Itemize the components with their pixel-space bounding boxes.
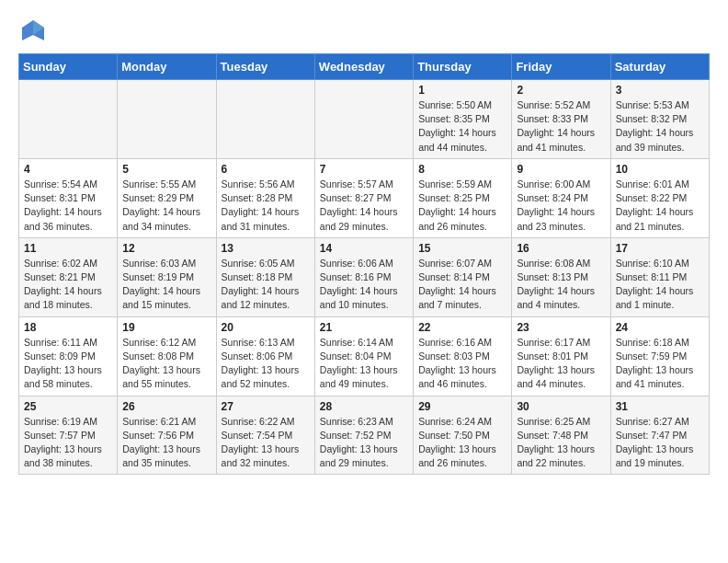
calendar-week-row: 25Sunrise: 6:19 AM Sunset: 7:57 PM Dayli… [19, 396, 710, 475]
weekday-header-tuesday: Tuesday [216, 54, 314, 80]
calendar-week-row: 11Sunrise: 6:02 AM Sunset: 8:21 PM Dayli… [19, 237, 710, 316]
day-number: 25 [24, 400, 112, 413]
day-info: Sunrise: 6:13 AM Sunset: 8:06 PM Dayligh… [222, 336, 310, 392]
day-info: Sunrise: 6:23 AM Sunset: 7:52 PM Dayligh… [320, 415, 408, 471]
day-info: Sunrise: 6:18 AM Sunset: 7:59 PM Dayligh… [616, 336, 704, 392]
day-info: Sunrise: 6:24 AM Sunset: 7:50 PM Dayligh… [418, 415, 506, 471]
day-info: Sunrise: 6:05 AM Sunset: 8:18 PM Dayligh… [222, 257, 310, 313]
day-info: Sunrise: 6:25 AM Sunset: 7:48 PM Dayligh… [517, 415, 605, 471]
weekday-header-friday: Friday [512, 54, 610, 80]
calendar-cell: 4Sunrise: 5:54 AM Sunset: 8:31 PM Daylig… [19, 158, 118, 237]
day-number: 2 [517, 84, 605, 97]
day-info: Sunrise: 5:55 AM Sunset: 8:29 PM Dayligh… [122, 178, 210, 234]
day-info: Sunrise: 5:54 AM Sunset: 8:31 PM Dayligh… [24, 178, 112, 234]
day-number: 10 [616, 163, 704, 176]
day-number: 13 [222, 242, 310, 255]
calendar-cell: 16Sunrise: 6:08 AM Sunset: 8:13 PM Dayli… [512, 237, 610, 316]
calendar-cell: 3Sunrise: 5:53 AM Sunset: 8:32 PM Daylig… [610, 80, 709, 159]
day-number: 29 [418, 400, 506, 413]
day-info: Sunrise: 6:17 AM Sunset: 8:01 PM Dayligh… [517, 336, 605, 392]
calendar-cell: 5Sunrise: 5:55 AM Sunset: 8:29 PM Daylig… [118, 158, 216, 237]
day-info: Sunrise: 6:16 AM Sunset: 8:03 PM Dayligh… [418, 336, 506, 392]
day-info: Sunrise: 6:02 AM Sunset: 8:21 PM Dayligh… [24, 257, 112, 313]
weekday-header-monday: Monday [118, 54, 216, 80]
day-number: 5 [122, 163, 210, 176]
day-number: 17 [616, 242, 704, 255]
day-info: Sunrise: 6:00 AM Sunset: 8:24 PM Dayligh… [517, 178, 605, 234]
calendar-cell [216, 80, 314, 159]
day-number: 26 [122, 400, 210, 413]
day-info: Sunrise: 5:52 AM Sunset: 8:33 PM Dayligh… [517, 98, 605, 155]
day-info: Sunrise: 5:57 AM Sunset: 8:27 PM Dayligh… [320, 178, 408, 234]
day-number: 28 [320, 400, 408, 413]
day-info: Sunrise: 6:21 AM Sunset: 7:56 PM Dayligh… [122, 415, 210, 471]
day-number: 22 [418, 321, 506, 334]
calendar-week-row: 18Sunrise: 6:11 AM Sunset: 8:09 PM Dayli… [19, 316, 710, 396]
calendar-cell: 1Sunrise: 5:50 AM Sunset: 8:35 PM Daylig… [414, 80, 512, 159]
calendar-cell: 9Sunrise: 6:00 AM Sunset: 8:24 PM Daylig… [512, 158, 610, 237]
calendar-week-row: 1Sunrise: 5:50 AM Sunset: 8:35 PM Daylig… [19, 80, 710, 159]
calendar-cell [118, 80, 216, 159]
weekday-header-thursday: Thursday [414, 54, 512, 80]
calendar-cell: 10Sunrise: 6:01 AM Sunset: 8:22 PM Dayli… [610, 158, 709, 237]
day-info: Sunrise: 5:53 AM Sunset: 8:32 PM Dayligh… [616, 98, 704, 155]
calendar-week-row: 4Sunrise: 5:54 AM Sunset: 8:31 PM Daylig… [19, 158, 710, 237]
calendar-cell: 12Sunrise: 6:03 AM Sunset: 8:19 PM Dayli… [118, 237, 216, 316]
day-number: 16 [517, 242, 605, 255]
calendar-cell: 30Sunrise: 6:25 AM Sunset: 7:48 PM Dayli… [512, 396, 610, 475]
day-number: 3 [616, 84, 704, 97]
calendar-cell: 28Sunrise: 6:23 AM Sunset: 7:52 PM Dayli… [314, 396, 413, 475]
calendar-table: SundayMondayTuesdayWednesdayThursdayFrid… [18, 53, 710, 475]
day-info: Sunrise: 6:03 AM Sunset: 8:19 PM Dayligh… [122, 257, 210, 313]
day-number: 31 [616, 400, 704, 413]
calendar-cell: 31Sunrise: 6:27 AM Sunset: 7:47 PM Dayli… [610, 396, 709, 475]
calendar-cell: 19Sunrise: 6:12 AM Sunset: 8:08 PM Dayli… [118, 316, 216, 396]
calendar-cell: 2Sunrise: 5:52 AM Sunset: 8:33 PM Daylig… [512, 80, 610, 159]
calendar-cell: 8Sunrise: 5:59 AM Sunset: 8:25 PM Daylig… [414, 158, 512, 237]
weekday-header-sunday: Sunday [19, 54, 118, 80]
day-number: 27 [222, 400, 310, 413]
day-number: 21 [320, 321, 408, 334]
calendar-cell: 25Sunrise: 6:19 AM Sunset: 7:57 PM Dayli… [19, 396, 118, 475]
day-number: 11 [24, 242, 112, 255]
day-number: 12 [122, 242, 210, 255]
calendar-cell: 20Sunrise: 6:13 AM Sunset: 8:06 PM Dayli… [216, 316, 314, 396]
calendar-cell: 23Sunrise: 6:17 AM Sunset: 8:01 PM Dayli… [512, 316, 610, 396]
day-info: Sunrise: 6:12 AM Sunset: 8:08 PM Dayligh… [122, 336, 210, 392]
calendar-cell [19, 80, 118, 159]
calendar-cell [314, 80, 413, 159]
day-info: Sunrise: 6:14 AM Sunset: 8:04 PM Dayligh… [320, 336, 408, 392]
calendar-cell: 21Sunrise: 6:14 AM Sunset: 8:04 PM Dayli… [314, 316, 413, 396]
weekday-header-saturday: Saturday [610, 54, 709, 80]
day-number: 20 [222, 321, 310, 334]
calendar-cell: 14Sunrise: 6:06 AM Sunset: 8:16 PM Dayli… [314, 237, 413, 316]
calendar-cell: 26Sunrise: 6:21 AM Sunset: 7:56 PM Dayli… [118, 396, 216, 475]
weekday-header-wednesday: Wednesday [314, 54, 413, 80]
day-number: 15 [418, 242, 506, 255]
day-info: Sunrise: 6:11 AM Sunset: 8:09 PM Dayligh… [24, 336, 112, 392]
calendar-cell: 22Sunrise: 6:16 AM Sunset: 8:03 PM Dayli… [414, 316, 512, 396]
day-number: 1 [418, 84, 506, 97]
day-info: Sunrise: 5:56 AM Sunset: 8:28 PM Dayligh… [222, 178, 310, 234]
calendar-cell: 6Sunrise: 5:56 AM Sunset: 8:28 PM Daylig… [216, 158, 314, 237]
day-number: 4 [24, 163, 112, 176]
day-number: 19 [122, 321, 210, 334]
calendar-cell: 24Sunrise: 6:18 AM Sunset: 7:59 PM Dayli… [610, 316, 709, 396]
day-info: Sunrise: 6:07 AM Sunset: 8:14 PM Dayligh… [418, 257, 506, 313]
day-number: 24 [616, 321, 704, 334]
day-info: Sunrise: 6:08 AM Sunset: 8:13 PM Dayligh… [517, 257, 605, 313]
day-info: Sunrise: 5:50 AM Sunset: 8:35 PM Dayligh… [418, 98, 506, 155]
calendar-cell: 17Sunrise: 6:10 AM Sunset: 8:11 PM Dayli… [610, 237, 709, 316]
calendar-cell: 29Sunrise: 6:24 AM Sunset: 7:50 PM Dayli… [414, 396, 512, 475]
day-number: 8 [418, 163, 506, 176]
day-number: 7 [320, 163, 408, 176]
day-number: 14 [320, 242, 408, 255]
calendar-cell: 15Sunrise: 6:07 AM Sunset: 8:14 PM Dayli… [414, 237, 512, 316]
day-number: 9 [517, 163, 605, 176]
day-info: Sunrise: 6:01 AM Sunset: 8:22 PM Dayligh… [616, 178, 704, 234]
day-info: Sunrise: 6:10 AM Sunset: 8:11 PM Dayligh… [616, 257, 704, 313]
day-info: Sunrise: 6:19 AM Sunset: 7:57 PM Dayligh… [24, 415, 112, 471]
day-number: 23 [517, 321, 605, 334]
day-number: 18 [24, 321, 112, 334]
calendar-cell: 27Sunrise: 6:22 AM Sunset: 7:54 PM Dayli… [216, 396, 314, 475]
